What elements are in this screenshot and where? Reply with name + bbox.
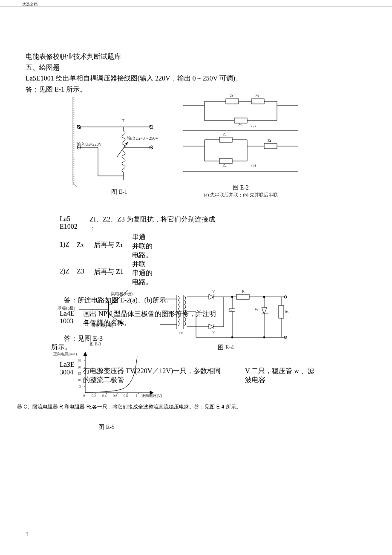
e2-z3-a: Z₃ [255, 94, 259, 98]
a1: 答：见图 E-1 所示。 [26, 84, 366, 95]
fig-e2-sub: (a) 先串联后并联；(b) 先并联后串联 [179, 192, 303, 198]
e5-x1: 0.2 [92, 394, 96, 398]
svg-rect-75 [236, 294, 249, 299]
e5-x0: 0 [83, 394, 85, 398]
svg-marker-70 [209, 324, 214, 329]
svg-rect-25 [226, 99, 239, 104]
figure-e1: T 输入U₁=220V 输出U₂=0～250V 图 E-1 [72, 97, 166, 198]
e5-ylabel: 正向电流(mA) [53, 351, 77, 357]
fig-e3-caption: 图 E-3 [89, 341, 101, 347]
e4-c: C [229, 308, 232, 312]
e2-a: (a) [251, 124, 256, 128]
svg-marker-84 [262, 308, 267, 314]
svg-point-89 [263, 296, 265, 298]
fig-e1-output-label: 输出U₂=0～250V [127, 135, 159, 141]
q4-right-a: V 二只，稳压管 w 、滤 [245, 367, 343, 376]
fig-e1-input-label: 输入U₁=220V [77, 141, 102, 147]
e2-b: (b) [251, 163, 256, 167]
svg-line-57 [109, 295, 124, 305]
e5-x3: 0.6 [113, 394, 117, 398]
q2-text-b: ： [89, 224, 215, 233]
q4-code-b: 3004 [60, 368, 83, 376]
fig-e1-caption: 图 E-1 [72, 188, 166, 196]
svg-rect-27 [251, 99, 264, 104]
q2-code-b: E1002 [60, 223, 89, 230]
q2-r2b: Z3 [77, 267, 94, 275]
svg-point-82 [231, 336, 233, 338]
e4-r1: R₁ [285, 310, 289, 314]
q2-r1a: 1)Z [60, 241, 77, 248]
fig-e4-caption: 图 E-4 [205, 344, 247, 351]
q4-mid-b: 的整流二极管 [83, 376, 245, 385]
q2-r1b: Z₃ [77, 241, 94, 249]
q2-r2c: 后再与 Z1 [94, 267, 132, 276]
e4-v2: V [212, 330, 215, 334]
q4-right-b: 波电容 [245, 376, 343, 385]
e5-y5: 5 [79, 385, 81, 388]
svg-line-86 [261, 314, 262, 315]
q3-code-a: La4E [60, 310, 83, 317]
title: 电能表修校职业技术判断试题库 [26, 51, 366, 62]
q2-r1d: 串通 [132, 233, 158, 242]
q2-code-a: La5 [60, 215, 89, 223]
e2-z1-a: Z₁ [238, 123, 242, 127]
svg-rect-49 [264, 144, 277, 149]
header-tag: 优选文档 [22, 2, 37, 7]
svg-marker-97 [84, 352, 87, 356]
e4-220v: ~220V [162, 311, 173, 315]
svg-point-90 [263, 336, 265, 338]
q3-code-b: 1003 [60, 317, 83, 325]
e2-z1-b: Z₁ [268, 138, 272, 143]
q4-code-a: La3E [60, 361, 83, 368]
top-rule [0, 6, 392, 6]
q2-r2d: 并联 [132, 260, 158, 269]
q2-r2e: 串通的电路。 [132, 269, 158, 287]
svg-line-87 [267, 313, 268, 314]
svg-point-81 [231, 296, 233, 298]
section-heading: 五、绘图题 [26, 62, 366, 73]
fig-e5-caption: 图 E-5 [68, 423, 145, 431]
fig-e2-caption: 图 E-2 [179, 184, 303, 192]
e2-z2-b: Z₂ [223, 132, 227, 136]
e5-x5: 1 [135, 394, 137, 398]
e4-v1: V [212, 289, 215, 293]
fig-e1-label-t: T [122, 118, 124, 123]
e4-r: R [242, 289, 245, 293]
e5-x4: 0.8 [124, 394, 128, 398]
e4-w: W [255, 308, 259, 312]
q4-mid-a: 有电源变压器 TV(220V／12V)一只，参数相同 [83, 367, 245, 376]
svg-marker-66 [209, 294, 214, 299]
q2-r1e: 并联的电路。 [132, 242, 158, 260]
e2-z2-a: Z₂ [230, 94, 234, 98]
q3-ans-b: 所示。 [51, 343, 72, 352]
q2-text-a: ZI、Z2、Z3 为复阻抗，将它们分别连接成 [89, 215, 215, 224]
e4-tv: TV [178, 331, 183, 335]
svg-rect-40 [219, 137, 232, 142]
q4-tail: 器 C、限流电阻器 R 和电阻器 R₁各一只，将它们接成全波整流直流稳压电路。答… [17, 403, 366, 411]
q1: La5E1001 绘出单相自耦调压器接线图(输入 220V，输出 0～250V … [26, 73, 366, 84]
e2-z3-b: Z₃ [223, 163, 227, 167]
q2-r2a: 2)Z [60, 267, 77, 275]
svg-rect-92 [279, 305, 284, 318]
page-number: 1 [26, 531, 29, 538]
q2-r1c: 后再与 Z₁ [94, 241, 132, 250]
e5-x2: 0.4 [102, 394, 107, 398]
e5-xlabel: 正向电压(V) [141, 393, 162, 399]
figure-e2: Z₂ Z₃ Z₁ (a) Z₂ Z₃ Z₁ (b) 图 E-2 (a) 先串联后… [179, 97, 303, 198]
